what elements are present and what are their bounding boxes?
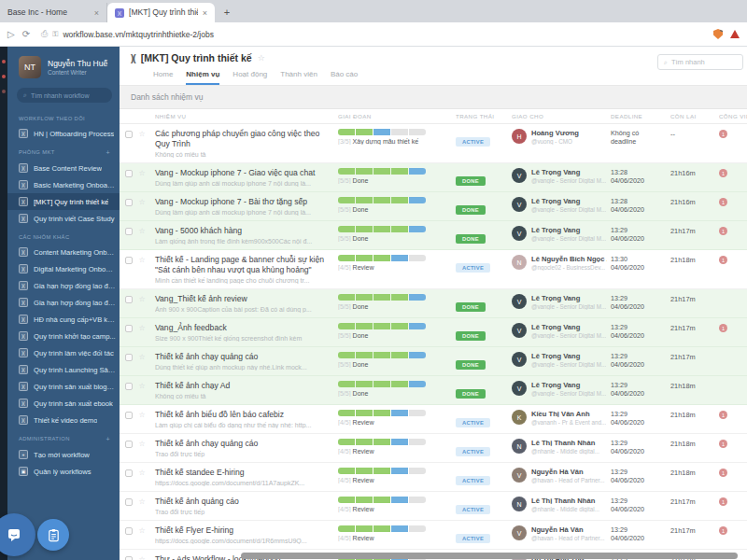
assignee-cell[interactable]: NLê Thị Thanh Nhàn@nhanle - Middle digit… xyxy=(512,492,611,517)
browser-tab-home[interactable]: Base Inc - Home × xyxy=(0,3,107,22)
sidebar-item-quy-tr-nh-kh-i-t-o-camp-[interactable]: )(Quy trình khởi tạo camp... xyxy=(7,328,120,344)
add-workflow-icon[interactable]: + xyxy=(106,436,115,442)
star-icon[interactable]: ☆ xyxy=(138,441,145,448)
star-icon[interactable]: ☆ xyxy=(138,257,145,264)
tab-thành-viên[interactable]: Thành viên xyxy=(280,70,317,85)
sidebar-item-content-marketing-onbo-[interactable]: )(Content Marketing Onbo... xyxy=(7,244,120,260)
task-cell[interactable]: Thiết kế ảnh biểu đồ lên báo cafebizLàm … xyxy=(155,405,338,433)
star-icon[interactable]: ☆ xyxy=(138,170,145,177)
row-checkbox[interactable] xyxy=(125,412,133,419)
row-checkbox[interactable] xyxy=(125,131,133,138)
jobs-count-badge[interactable]: 1 xyxy=(719,227,727,235)
close-icon[interactable]: × xyxy=(203,8,207,18)
reload-icon[interactable]: ⟳ xyxy=(22,29,30,39)
tab-nhiệm-vụ[interactable]: Nhiệm vụ xyxy=(186,70,219,85)
jobs-count-badge[interactable]: 1 xyxy=(719,440,727,448)
browser-tab-workflow[interactable]: )( [MKT] Quy trình thiết kế - List o... … xyxy=(107,3,215,22)
sidebar-item-gia-h-n-h-p-ng-lao-ng[interactable]: )(Gia hạn hợp đồng lao động xyxy=(7,277,120,294)
table-row[interactable]: ☆Vang_Ảnh feedbackSize 900 x 900Thiết kế… xyxy=(120,318,747,347)
row-checkbox[interactable] xyxy=(125,498,133,506)
jobs-count-badge[interactable]: 1 xyxy=(719,526,727,535)
assignee-cell[interactable]: VLê Trọng Vang@vangle - Senior Digital M… xyxy=(512,289,611,315)
table-row[interactable]: ☆Thiết kế Flyer E-hiringhttps://docs.goo… xyxy=(120,521,747,550)
quick-search-input[interactable]: ⌕ Tìm nhanh xyxy=(657,54,743,70)
row-checkbox[interactable] xyxy=(125,354,133,361)
table-row[interactable]: ☆Vang - 5000 khách hàngLàm giống ảnh tro… xyxy=(120,221,747,250)
assignee-cell[interactable]: VLê Trọng Vang@vangle - Senior Digital M… xyxy=(512,221,611,246)
sidebar-item-basic-marketing-onboard-[interactable]: )(Basic Marketing Onboard... xyxy=(7,176,120,193)
sidebar-item-quy-tr-nh-launching-s-n-[interactable]: )(Quy trình Launching Sản ... xyxy=(7,361,120,378)
sidebar-item-hn-offboarding-process[interactable]: )(HN | Offboarding Process xyxy=(7,125,120,142)
table-row[interactable]: ☆Thiết kế ảnh chạy quảng cáoDùng thiết k… xyxy=(120,347,747,376)
jobs-count-badge[interactable]: 1 xyxy=(719,169,727,177)
task-cell[interactable]: Vang_Thiết kế ảnh reviewẢnh 900 x 900Cap… xyxy=(155,289,338,317)
task-cell[interactable]: Vang_Ảnh feedbackSize 900 x 900Thiết kế … xyxy=(155,318,338,346)
star-icon[interactable]: ☆ xyxy=(138,131,145,138)
table-row[interactable]: ☆Thiết kế ảnh quảng cáoTrao đổi trực tiế… xyxy=(120,492,747,521)
jobs-count-badge[interactable]: 1 xyxy=(719,256,727,264)
extension-triangle-icon[interactable] xyxy=(730,30,740,38)
row-checkbox[interactable] xyxy=(125,469,133,477)
sidebar-item-gia-h-n-h-p-ng-lao-[interactable]: )(Gia hạn hợp đồng lao độ... xyxy=(7,294,120,311)
star-icon[interactable]: ☆ xyxy=(138,469,145,477)
assignee-cell[interactable]: VLê Trọng Vang@vangle - Senior Digital M… xyxy=(512,318,611,343)
sidebar-item-thi-t-k-video-demo[interactable]: )(Thiết kế video demo xyxy=(7,412,120,428)
row-checkbox[interactable] xyxy=(125,296,133,303)
row-checkbox[interactable] xyxy=(125,257,133,264)
address-bar[interactable]: ⎙ ⚿ workflow.base.vn/mktquytrinhthietke-… xyxy=(37,29,706,39)
task-cell[interactable]: Thiết kế ảnh chạy quảng cáoDùng thiết kế… xyxy=(155,347,338,375)
sidebar-item-qu-n-l-workflows[interactable]: ▣Quản lý workflows xyxy=(7,463,120,480)
sidebar-search-input[interactable]: ⌕ Tìm nhanh workflow xyxy=(17,88,112,103)
sidebar-item-h-nh-cung-c-p-vb-kh-c[interactable]: )(HĐ nhà cung cấp+VB khác xyxy=(7,311,120,328)
assignee-cell[interactable]: NLê Thị Thanh Nhàn@nhanle - Middle digit… xyxy=(512,434,611,459)
tab-hoạt-động[interactable]: Hoạt động xyxy=(233,70,267,85)
tab-báo-cáo[interactable]: Báo cáo xyxy=(331,70,358,85)
jobs-count-badge[interactable]: 1 xyxy=(719,324,727,332)
add-workflow-icon[interactable]: + xyxy=(106,149,115,156)
task-cell[interactable]: Thiết kế ảnh quảng cáoTrao đổi trực tiếp xyxy=(155,492,338,520)
row-checkbox[interactable] xyxy=(125,383,133,390)
table-row[interactable]: ☆Thiết kế ảnh chạy AdKhông có miêu tả[5/… xyxy=(120,376,747,405)
jobs-count-badge[interactable]: 1 xyxy=(719,198,727,206)
jobs-count-badge[interactable]: 1 xyxy=(719,497,727,506)
task-cell[interactable]: Vang - Mockup iphone 7 - Bài thơ tặng sế… xyxy=(155,192,338,220)
sidebar-item-quy-tr-nh-l-m-vi-c-i-t-c[interactable]: )(Quy trình làm việc đối tác xyxy=(7,344,120,361)
task-cell[interactable]: Các phương pháp chuyển giao công việc th… xyxy=(155,124,338,162)
table-row[interactable]: ☆Vang - Mockup iphone 7 - Giao việc qua … xyxy=(120,163,747,192)
jobs-count-badge[interactable]: 1 xyxy=(719,469,727,477)
assignee-cell[interactable]: VLê Trọng Vang@vangle - Senior Digital M… xyxy=(512,163,611,189)
sidebar-item--mkt-quy-tr-nh-thi-t-k-[interactable]: )([MKT] Quy trình thiết kế xyxy=(7,193,120,210)
bookmark-icon[interactable]: ⎙ xyxy=(41,29,48,39)
extension-shield-icon[interactable] xyxy=(713,29,723,39)
task-cell[interactable]: Thiết kế ảnh chạy AdKhông có miêu tả xyxy=(155,376,338,404)
assignee-cell[interactable]: NLê Nguyễn Bích Ngọc ...@ngocle02 - Busi… xyxy=(512,250,611,275)
assignee-cell[interactable]: VLê Trọng Vang@vangle - Senior Digital M… xyxy=(512,376,611,401)
task-cell[interactable]: Thiết kế ảnh chạy quảng cáoTrao đổi trực… xyxy=(155,434,338,462)
star-icon[interactable]: ☆ xyxy=(138,556,145,560)
assignee-cell[interactable]: VLê Trọng Vang@vangle - Senior Digital M… xyxy=(512,347,611,372)
star-icon[interactable]: ☆ xyxy=(138,383,145,390)
user-profile[interactable]: NT Nguyễn Thu Huế Content Writer xyxy=(7,47,120,86)
row-checkbox[interactable] xyxy=(125,170,133,177)
table-row[interactable]: ☆Thiết kế ảnh biểu đồ lên báo cafebizLàm… xyxy=(120,405,747,434)
star-icon[interactable]: ☆ xyxy=(138,498,145,506)
row-checkbox[interactable] xyxy=(125,527,133,535)
task-cell[interactable]: Vang - 5000 khách hàngLàm giống ảnh tron… xyxy=(155,221,338,249)
assignee-cell[interactable]: VNguyễn Hà Vân@havan - Head of Partner..… xyxy=(512,521,611,546)
table-row[interactable]: ☆Vang_Thiết kế ảnh reviewẢnh 900 x 900Ca… xyxy=(120,289,747,318)
assignee-cell[interactable]: HHoàng Vương@vuong - CMO xyxy=(512,124,611,149)
row-checkbox[interactable] xyxy=(125,556,133,560)
jobs-count-badge[interactable]: 1 xyxy=(719,130,727,138)
row-checkbox[interactable] xyxy=(125,441,133,448)
star-icon[interactable]: ☆ xyxy=(138,412,145,419)
table-row[interactable]: ☆Thiết kế standee E-hiringhttps://docs.g… xyxy=(120,463,747,492)
new-tab-button[interactable]: + xyxy=(218,4,235,21)
table-row[interactable]: ☆Vang - Mockup iphone 7 - Bài thơ tặng s… xyxy=(120,192,747,221)
star-icon[interactable]: ☆ xyxy=(138,296,145,303)
assignee-cell[interactable]: VLê Trọng Vang@vangle - Senior Digital M… xyxy=(512,192,611,217)
sidebar-item-quy-tr-nh-s-n-xu-t-blog-[interactable]: )(Quy trình sản xuất blog p... xyxy=(7,378,120,395)
table-row[interactable]: ☆Các phương pháp chuyển giao công việc t… xyxy=(120,124,747,163)
sidebar-item-quy-tr-nh-s-n-xu-t-ebook[interactable]: )(Quy trình sản xuất ebook xyxy=(7,395,120,412)
jobs-count-badge[interactable]: 1 xyxy=(719,411,727,419)
star-icon[interactable]: ☆ xyxy=(258,53,265,63)
